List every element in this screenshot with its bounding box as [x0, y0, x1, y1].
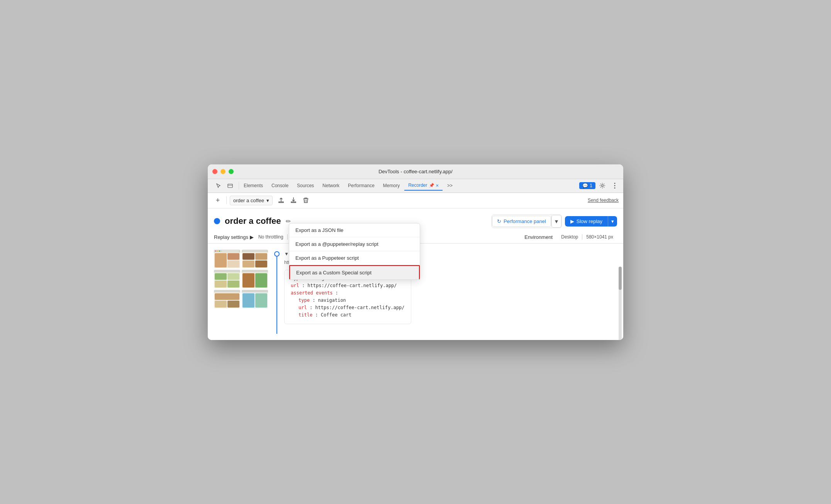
- resolution-value: 580×1041 px: [582, 234, 617, 240]
- export-puppeteer-script-item[interactable]: Export as a Puppeteer script: [289, 251, 420, 265]
- scrollbar[interactable]: [619, 267, 622, 340]
- code-title-value: : Coffee cart: [315, 312, 351, 318]
- code-url-key: url: [291, 283, 299, 288]
- play-icon: ▶: [570, 218, 574, 224]
- code-asserted-value: :: [336, 290, 338, 296]
- devtools-window: DevTools - coffee-cart.netlify.app/ Elem…: [208, 164, 623, 340]
- export-json-item[interactable]: Export as a JSON file: [289, 223, 420, 237]
- chat-icon: 💬: [582, 183, 588, 188]
- export-custom-special-item[interactable]: Export as a Custom Special script: [289, 265, 420, 279]
- delete-recording-button[interactable]: [300, 195, 311, 206]
- more-options-icon[interactable]: [609, 180, 620, 191]
- thumbnail-item: [214, 290, 240, 308]
- thumbnail-item: [214, 250, 240, 268]
- code-url-value: : https://coffee-cart.netlify.app/: [302, 283, 397, 288]
- tab-performance[interactable]: Performance: [344, 181, 378, 190]
- new-recording-button[interactable]: +: [212, 195, 223, 206]
- recording-status-dot: [214, 218, 220, 224]
- replay-settings-button[interactable]: Replay settings ▶: [214, 234, 254, 240]
- throttling-value: No throttling: [258, 234, 288, 240]
- frame-icon[interactable]: [225, 180, 236, 191]
- thumbnail-panel: [214, 250, 268, 334]
- maximize-button[interactable]: [229, 169, 234, 174]
- upload-recording-button[interactable]: [276, 195, 287, 206]
- export-puppeteer-replay-item[interactable]: Export as a @puppeteer/replay script: [289, 237, 420, 251]
- timeline-circle: [274, 251, 280, 257]
- recorder-close-icon[interactable]: ×: [436, 183, 439, 188]
- send-feedback-link[interactable]: Send feedback: [588, 198, 619, 203]
- svg-point-4: [614, 185, 616, 186]
- minimize-button[interactable]: [220, 169, 226, 174]
- tab-network[interactable]: Network: [319, 181, 343, 190]
- settings-icon[interactable]: [597, 180, 608, 191]
- thumbnail-item: [242, 270, 268, 288]
- settings-arrow-icon: ▶: [250, 234, 254, 240]
- recorder-toolbar: + order a coffee ▾: [208, 193, 623, 208]
- devtools-cursor-icons: [211, 180, 238, 191]
- code-asserted-key: asserted events: [291, 290, 332, 296]
- timeline-vertical-line: [276, 257, 277, 334]
- tab-memory[interactable]: Memory: [379, 181, 404, 190]
- scrollbar-thumb[interactable]: [619, 267, 622, 290]
- recording-title: order a coffee: [225, 216, 281, 226]
- svg-point-3: [614, 183, 616, 184]
- cursor-icon[interactable]: [213, 180, 224, 191]
- export-recording-button[interactable]: [288, 195, 299, 206]
- svg-point-2: [602, 185, 604, 187]
- export-dropdown-menu: Export as a JSON file Export as a @puppe…: [289, 223, 420, 280]
- recorder-pin-icon: 📌: [429, 183, 434, 188]
- window-title: DevTools - coffee-cart.netlify.app/: [378, 169, 453, 174]
- slow-replay-button[interactable]: ▶ Slow replay: [565, 216, 608, 227]
- timeline-line: [274, 250, 280, 334]
- tabs-right-actions: 💬 1: [579, 180, 620, 191]
- thumbnail-item: [242, 290, 268, 308]
- tab-console[interactable]: Console: [268, 181, 292, 190]
- thumbnail-grid: [214, 250, 268, 308]
- toolbar-action-icons: [276, 195, 311, 206]
- code-inner-url-value: : https://coffee-cart.netlify.app/: [310, 305, 405, 310]
- recording-name-label: order a coffee: [233, 198, 264, 203]
- svg-point-5: [614, 188, 616, 189]
- tab-recorder[interactable]: Recorder 📌 ×: [404, 181, 443, 191]
- env-values: Desktop 580×1041 px: [557, 234, 617, 240]
- code-inner-type-value: : navigation: [312, 298, 346, 303]
- code-inner-type-key: type: [298, 298, 310, 303]
- code-title-key: title: [298, 312, 312, 318]
- header-actions: ↻ Performance panel ▾ ▶ Slow replay ▾: [492, 215, 617, 228]
- environment-label: Environment: [524, 234, 553, 240]
- refresh-icon: ↻: [497, 218, 501, 224]
- feedback-badge[interactable]: 💬 1: [579, 182, 595, 189]
- chevron-down-icon: ▾: [266, 198, 269, 203]
- traffic-lights: [212, 169, 234, 174]
- svg-rect-0: [228, 184, 232, 188]
- recording-header-section: order a coffee ✏ ↻ Performance panel ▾ ▶…: [208, 208, 623, 231]
- tab-sources[interactable]: Sources: [293, 181, 318, 190]
- environment-section: Environment Desktop 580×1041 px: [524, 234, 617, 240]
- step-expand-icon[interactable]: ▼: [284, 251, 289, 257]
- thumbnail-item: [242, 250, 268, 268]
- slow-replay-dropdown-button[interactable]: ▾: [608, 216, 617, 227]
- code-inner-url-key: url: [298, 305, 307, 310]
- devtools-tabs-bar: Elements Console Sources Network Perform…: [208, 179, 623, 193]
- recording-selector[interactable]: order a coffee ▾: [230, 196, 273, 205]
- desktop-value: Desktop: [557, 234, 582, 240]
- tab-elements[interactable]: Elements: [240, 181, 267, 190]
- performance-panel-dropdown[interactable]: ▾: [551, 215, 561, 228]
- thumbnail-item: [214, 270, 240, 288]
- more-tabs-button[interactable]: >>: [443, 181, 456, 190]
- title-bar: DevTools - coffee-cart.netlify.app/: [208, 164, 623, 179]
- close-button[interactable]: [212, 169, 217, 174]
- performance-panel-button[interactable]: ↻ Performance panel: [492, 216, 551, 227]
